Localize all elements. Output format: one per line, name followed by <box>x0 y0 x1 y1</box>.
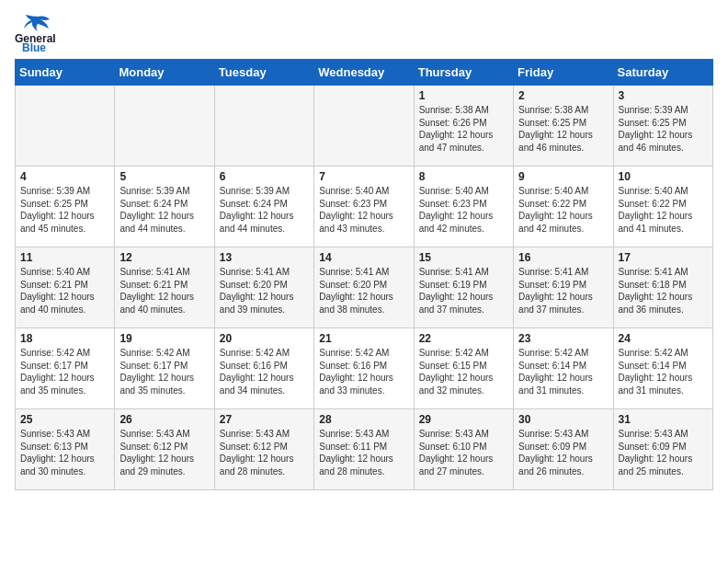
day-number: 11 <box>20 251 109 264</box>
calendar-cell: 4Sunrise: 5:39 AM Sunset: 6:25 PM Daylig… <box>16 167 115 247</box>
calendar-cell: 23Sunrise: 5:42 AM Sunset: 6:14 PM Dayli… <box>514 328 613 409</box>
calendar-cell: 17Sunrise: 5:41 AM Sunset: 6:18 PM Dayli… <box>613 247 712 328</box>
day-number: 23 <box>518 332 608 345</box>
calendar-cell: 21Sunrise: 5:42 AM Sunset: 6:16 PM Dayli… <box>314 328 414 409</box>
cell-content: Sunrise: 5:40 AM Sunset: 6:23 PM Dayligh… <box>419 185 508 235</box>
day-number: 29 <box>419 413 508 426</box>
cell-content: Sunrise: 5:42 AM Sunset: 6:16 PM Dayligh… <box>319 347 408 396</box>
calendar-header-wednesday: Wednesday <box>314 60 414 86</box>
calendar-cell: 13Sunrise: 5:41 AM Sunset: 6:20 PM Dayli… <box>214 247 313 328</box>
calendar-cell <box>314 86 414 167</box>
calendar-cell: 6Sunrise: 5:39 AM Sunset: 6:24 PM Daylig… <box>214 167 313 247</box>
day-number: 27 <box>220 413 309 426</box>
cell-content: Sunrise: 5:38 AM Sunset: 6:26 PM Dayligh… <box>419 104 508 154</box>
day-number: 10 <box>619 170 708 183</box>
calendar-cell: 5Sunrise: 5:39 AM Sunset: 6:24 PM Daylig… <box>115 167 214 247</box>
day-number: 21 <box>319 332 408 345</box>
calendar-cell: 28Sunrise: 5:43 AM Sunset: 6:11 PM Dayli… <box>314 409 414 490</box>
day-number: 8 <box>419 170 508 183</box>
calendar-header-friday: Friday <box>514 60 613 86</box>
calendar-week-row: 18Sunrise: 5:42 AM Sunset: 6:17 PM Dayli… <box>16 328 713 409</box>
day-number: 7 <box>319 170 408 183</box>
calendar-cell: 25Sunrise: 5:43 AM Sunset: 6:13 PM Dayli… <box>16 409 115 490</box>
cell-content: Sunrise: 5:42 AM Sunset: 6:17 PM Dayligh… <box>119 347 209 396</box>
cell-content: Sunrise: 5:39 AM Sunset: 6:24 PM Dayligh… <box>119 185 209 235</box>
calendar-cell: 27Sunrise: 5:43 AM Sunset: 6:12 PM Dayli… <box>214 409 313 490</box>
cell-content: Sunrise: 5:40 AM Sunset: 6:22 PM Dayligh… <box>518 185 608 235</box>
cell-content: Sunrise: 5:43 AM Sunset: 6:12 PM Dayligh… <box>119 428 209 477</box>
calendar-cell: 31Sunrise: 5:43 AM Sunset: 6:09 PM Dayli… <box>613 409 712 490</box>
cell-content: Sunrise: 5:42 AM Sunset: 6:15 PM Dayligh… <box>419 347 508 396</box>
calendar-cell: 10Sunrise: 5:40 AM Sunset: 6:22 PM Dayli… <box>613 167 712 247</box>
calendar-header-thursday: Thursday <box>414 60 513 86</box>
calendar-cell: 8Sunrise: 5:40 AM Sunset: 6:23 PM Daylig… <box>414 167 513 247</box>
calendar-cell: 1Sunrise: 5:38 AM Sunset: 6:26 PM Daylig… <box>414 86 513 167</box>
calendar-header-sunday: Sunday <box>16 60 115 86</box>
calendar-cell: 15Sunrise: 5:41 AM Sunset: 6:19 PM Dayli… <box>414 247 513 328</box>
page-header: GeneralBlue <box>15 15 713 52</box>
calendar-cell <box>16 86 115 167</box>
day-number: 1 <box>419 89 508 102</box>
day-number: 31 <box>619 413 708 426</box>
cell-content: Sunrise: 5:43 AM Sunset: 6:12 PM Dayligh… <box>220 428 309 477</box>
cell-content: Sunrise: 5:40 AM Sunset: 6:23 PM Dayligh… <box>319 185 408 235</box>
cell-content: Sunrise: 5:43 AM Sunset: 6:11 PM Dayligh… <box>319 428 408 477</box>
calendar-header-tuesday: Tuesday <box>214 60 313 86</box>
day-number: 17 <box>619 251 708 264</box>
calendar-header-monday: Monday <box>115 60 214 86</box>
calendar-week-row: 4Sunrise: 5:39 AM Sunset: 6:25 PM Daylig… <box>16 167 713 247</box>
day-number: 6 <box>220 170 309 183</box>
calendar-header-row: SundayMondayTuesdayWednesdayThursdayFrid… <box>16 60 713 86</box>
day-number: 3 <box>619 89 708 102</box>
calendar-cell: 18Sunrise: 5:42 AM Sunset: 6:17 PM Dayli… <box>16 328 115 409</box>
day-number: 22 <box>419 332 508 345</box>
calendar-cell <box>115 86 214 167</box>
cell-content: Sunrise: 5:41 AM Sunset: 6:20 PM Dayligh… <box>319 266 408 316</box>
calendar-table: SundayMondayTuesdayWednesdayThursdayFrid… <box>15 59 713 490</box>
day-number: 26 <box>119 413 209 426</box>
calendar-cell: 3Sunrise: 5:39 AM Sunset: 6:25 PM Daylig… <box>613 86 712 167</box>
day-number: 13 <box>220 251 309 264</box>
cell-content: Sunrise: 5:40 AM Sunset: 6:21 PM Dayligh… <box>20 266 109 316</box>
svg-text:Blue: Blue <box>22 41 46 52</box>
calendar-cell: 11Sunrise: 5:40 AM Sunset: 6:21 PM Dayli… <box>16 247 115 328</box>
day-number: 2 <box>518 89 608 102</box>
calendar-cell: 26Sunrise: 5:43 AM Sunset: 6:12 PM Dayli… <box>115 409 214 490</box>
calendar-cell: 20Sunrise: 5:42 AM Sunset: 6:16 PM Dayli… <box>214 328 313 409</box>
day-number: 9 <box>518 170 608 183</box>
calendar-cell: 2Sunrise: 5:38 AM Sunset: 6:25 PM Daylig… <box>514 86 613 167</box>
cell-content: Sunrise: 5:43 AM Sunset: 6:09 PM Dayligh… <box>518 428 608 477</box>
calendar-cell: 9Sunrise: 5:40 AM Sunset: 6:22 PM Daylig… <box>514 167 613 247</box>
day-number: 20 <box>220 332 309 345</box>
cell-content: Sunrise: 5:39 AM Sunset: 6:25 PM Dayligh… <box>619 104 708 154</box>
cell-content: Sunrise: 5:39 AM Sunset: 6:25 PM Dayligh… <box>20 185 109 235</box>
cell-content: Sunrise: 5:41 AM Sunset: 6:19 PM Dayligh… <box>419 266 508 316</box>
cell-content: Sunrise: 5:42 AM Sunset: 6:14 PM Dayligh… <box>518 347 608 396</box>
day-number: 15 <box>419 251 508 264</box>
day-number: 30 <box>518 413 608 426</box>
calendar-cell: 14Sunrise: 5:41 AM Sunset: 6:20 PM Dayli… <box>314 247 414 328</box>
cell-content: Sunrise: 5:42 AM Sunset: 6:16 PM Dayligh… <box>220 347 309 396</box>
calendar-cell: 16Sunrise: 5:41 AM Sunset: 6:19 PM Dayli… <box>514 247 613 328</box>
calendar-cell: 29Sunrise: 5:43 AM Sunset: 6:10 PM Dayli… <box>414 409 513 490</box>
day-number: 14 <box>319 251 408 264</box>
calendar-cell: 24Sunrise: 5:42 AM Sunset: 6:14 PM Dayli… <box>613 328 712 409</box>
cell-content: Sunrise: 5:43 AM Sunset: 6:13 PM Dayligh… <box>20 428 109 477</box>
cell-content: Sunrise: 5:40 AM Sunset: 6:22 PM Dayligh… <box>619 185 708 235</box>
day-number: 18 <box>20 332 109 345</box>
general-blue-logo-icon: GeneralBlue <box>15 15 61 52</box>
cell-content: Sunrise: 5:43 AM Sunset: 6:10 PM Dayligh… <box>419 428 508 477</box>
calendar-cell: 30Sunrise: 5:43 AM Sunset: 6:09 PM Dayli… <box>514 409 613 490</box>
calendar-cell: 7Sunrise: 5:40 AM Sunset: 6:23 PM Daylig… <box>314 167 414 247</box>
calendar-header-saturday: Saturday <box>613 60 712 86</box>
calendar-cell: 12Sunrise: 5:41 AM Sunset: 6:21 PM Dayli… <box>115 247 214 328</box>
day-number: 4 <box>20 170 109 183</box>
cell-content: Sunrise: 5:42 AM Sunset: 6:17 PM Dayligh… <box>20 347 109 396</box>
day-number: 5 <box>119 170 209 183</box>
cell-content: Sunrise: 5:43 AM Sunset: 6:09 PM Dayligh… <box>619 428 708 477</box>
calendar-cell <box>214 86 313 167</box>
calendar-cell: 19Sunrise: 5:42 AM Sunset: 6:17 PM Dayli… <box>115 328 214 409</box>
calendar-week-row: 25Sunrise: 5:43 AM Sunset: 6:13 PM Dayli… <box>16 409 713 490</box>
cell-content: Sunrise: 5:41 AM Sunset: 6:18 PM Dayligh… <box>619 266 708 316</box>
calendar-cell: 22Sunrise: 5:42 AM Sunset: 6:15 PM Dayli… <box>414 328 513 409</box>
